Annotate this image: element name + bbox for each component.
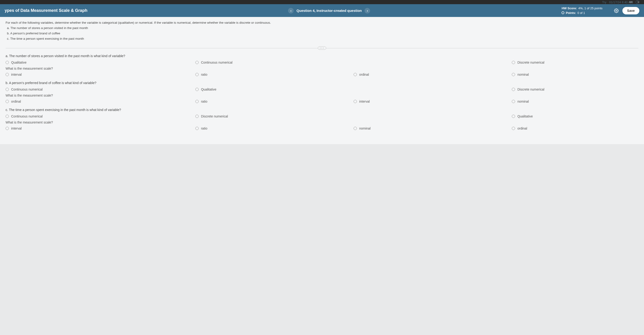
qc-scale-ratio[interactable]: ratio <box>196 126 354 130</box>
points-status-icon <box>562 11 564 14</box>
divider-handle[interactable]: • • • <box>318 46 326 50</box>
qc-opt-continuous[interactable]: Continuous numerical <box>6 114 196 118</box>
qc-scale-prompt: What is the measurement scale? <box>6 120 638 124</box>
question-a: a. The number of stores a person visited… <box>6 54 638 76</box>
qc-scale-ordinal[interactable]: ordinal <box>512 126 638 130</box>
radio-icon <box>354 127 357 130</box>
option-label: ratio <box>201 126 207 130</box>
divider: • • • <box>6 45 638 51</box>
radio-icon <box>196 115 199 118</box>
radio-icon <box>512 73 515 76</box>
top-strip: 0/0 × <box>0 0 644 4</box>
option-label: Discrete numerical <box>518 87 544 91</box>
qb-scale-prompt: What is the measurement scale? <box>6 94 638 97</box>
radio-icon <box>6 115 9 118</box>
qc-scale-nominal[interactable]: nominal <box>354 126 512 130</box>
qa-prompt: a. The number of stores a person visited… <box>6 54 638 58</box>
qb-scale-interval[interactable]: interval <box>354 100 512 103</box>
option-label: ordinal <box>11 100 21 103</box>
option-label: Discrete numerical <box>201 114 228 118</box>
qc-prompt: c. The time a person spent exercising in… <box>6 108 638 112</box>
instructions-c: c. The time a person spent exercising in… <box>6 36 638 41</box>
option-label: interval <box>11 73 22 76</box>
page-title: ypes of Data Measurement Scale & Graph <box>5 8 97 13</box>
radio-icon <box>196 127 199 130</box>
qa-scale-ratio[interactable]: ratio <box>196 73 354 76</box>
instructions-main: For each of the following variables, det… <box>6 20 638 25</box>
option-label: Continuous numerical <box>11 87 42 91</box>
next-question-button[interactable]: › <box>364 8 370 13</box>
option-label: nominal <box>518 73 529 76</box>
question-nav: ‹ Question 4, Instructor-created questio… <box>101 8 557 13</box>
radio-icon <box>196 61 199 64</box>
qa-scale-interval[interactable]: interval <box>6 73 196 76</box>
radio-icon <box>6 73 9 76</box>
option-label: Continuous numerical <box>201 61 232 64</box>
question-label: Question 4, Instructor-created question <box>296 8 362 12</box>
radio-icon <box>354 100 357 103</box>
gear-icon[interactable] <box>614 8 619 13</box>
qb-scale-nominal[interactable]: nominal <box>512 100 638 103</box>
qb-opt-continuous[interactable]: Continuous numerical <box>6 87 196 91</box>
save-button[interactable]: Save <box>622 7 639 14</box>
qb-scale-ratio[interactable]: ratio <box>196 100 354 103</box>
option-label: Continuous numerical <box>11 114 42 118</box>
qa-scale-nominal[interactable]: nominal <box>512 73 638 76</box>
radio-icon <box>196 100 199 103</box>
radio-icon <box>6 88 9 91</box>
header-actions: Save <box>614 7 639 14</box>
qc-opt-qualitative[interactable]: Qualitative <box>512 114 638 118</box>
radio-icon <box>196 88 199 91</box>
instructions: For each of the following variables, det… <box>6 20 638 45</box>
option-label: Qualitative <box>201 87 216 91</box>
qb-opt-discrete[interactable]: Discrete numerical <box>512 87 638 91</box>
radio-icon <box>512 115 515 118</box>
points-label: Points: <box>566 11 576 15</box>
instructions-b: b. A person's preferred brand of coffee <box>6 31 638 36</box>
option-label: Qualitative <box>11 61 26 64</box>
qa-scale-prompt: What is the measurement scale? <box>6 67 638 70</box>
qb-prompt: b. A person's preferred brand of coffee … <box>6 81 638 85</box>
datetime: 01/17/24 8:40 AM <box>609 0 633 4</box>
option-label: ordinal <box>359 73 369 76</box>
points-value: 0 of 1 <box>578 11 585 15</box>
help-icon[interactable]: ? <box>636 0 639 4</box>
question-b: b. A person's preferred brand of coffee … <box>6 81 638 103</box>
radio-icon <box>6 127 9 130</box>
option-label: ordinal <box>518 126 527 130</box>
try-label: Try <box>602 0 606 4</box>
option-label: Discrete numerical <box>518 61 544 64</box>
svg-point-0 <box>616 10 617 11</box>
header-bar: ypes of Data Measurement Scale & Graph ‹… <box>0 4 644 17</box>
radio-icon <box>512 88 515 91</box>
radio-icon <box>196 73 199 76</box>
option-label: ratio <box>201 73 207 76</box>
option-label: Qualitative <box>518 114 533 118</box>
hw-score-value: 4%, 1 of 25 points <box>578 6 602 11</box>
qc-scale-interval[interactable]: interval <box>6 126 196 130</box>
radio-icon <box>354 73 357 76</box>
qc-opt-discrete[interactable]: Discrete numerical <box>196 114 354 118</box>
option-label: ratio <box>201 100 207 103</box>
radio-icon <box>512 127 515 130</box>
hw-score-label: HW Score: <box>562 6 577 11</box>
qa-scale-ordinal[interactable]: ordinal <box>354 73 512 76</box>
radio-icon <box>6 100 9 103</box>
qb-opt-qualitative[interactable]: Qualitative <box>196 87 354 91</box>
score-block: HW Score: 4%, 1 of 25 points Points: 0 o… <box>562 6 610 15</box>
qa-opt-qualitative[interactable]: Qualitative <box>6 61 196 64</box>
question-c: c. The time a person spent exercising in… <box>6 108 638 130</box>
prev-question-button[interactable]: ‹ <box>288 8 294 13</box>
qb-scale-ordinal[interactable]: ordinal <box>6 100 196 103</box>
qa-opt-discrete[interactable]: Discrete numerical <box>512 61 638 64</box>
radio-icon <box>512 100 515 103</box>
qa-opt-continuous[interactable]: Continuous numerical <box>196 61 354 64</box>
radio-icon <box>512 61 515 64</box>
option-label: nominal <box>359 126 370 130</box>
option-label: nominal <box>518 100 529 103</box>
top-right-meta: Try 01/17/24 8:40 AM ? <box>602 0 639 4</box>
instructions-a: a. The number of stores a person visited… <box>6 25 638 31</box>
option-label: interval <box>359 100 370 103</box>
option-label: interval <box>11 126 22 130</box>
content-area: For each of the following variables, det… <box>0 17 644 144</box>
